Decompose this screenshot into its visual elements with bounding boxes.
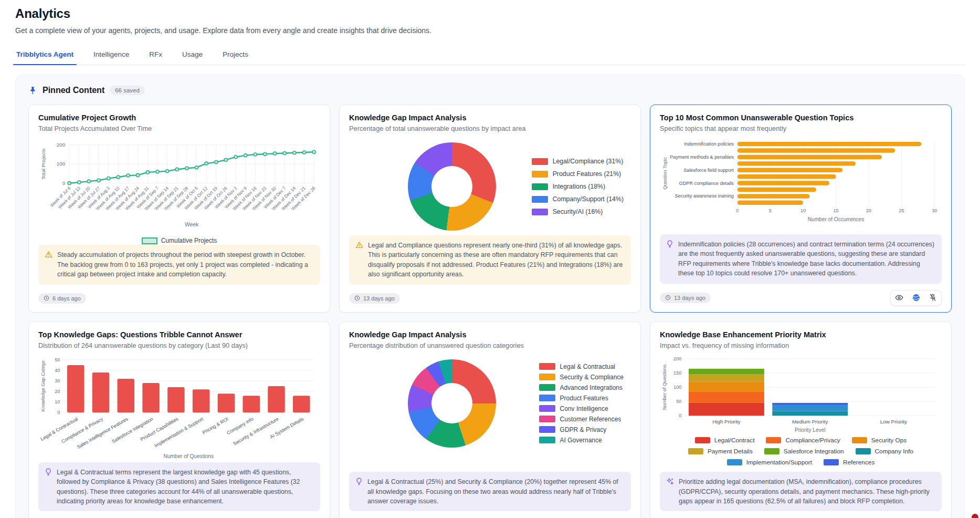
timestamp-text: 6 days ago (52, 295, 81, 302)
legend-swatch (532, 183, 548, 190)
tab-rfx[interactable]: RFx (148, 46, 163, 65)
tab-tribblytics-agent[interactable]: Tribblytics Agent (15, 46, 75, 65)
card-subtitle: Impact vs. frequency of missing informat… (660, 341, 942, 349)
card-subtitle: Distribution of 264 unanswerable questio… (38, 341, 320, 349)
svg-text:10: 10 (55, 399, 60, 405)
pinned-cards-grid: Cumulative Project Growth Total Projects… (28, 105, 952, 518)
legend-item: Implementation/Support (727, 459, 812, 466)
card-title: Knowledge Gap Impact Analysis (349, 113, 631, 122)
svg-text:Number of Questions: Number of Questions (163, 453, 214, 459)
svg-text:150: 150 (673, 370, 681, 376)
svg-text:Low Priority: Low Priority (880, 419, 907, 424)
unpin-button[interactable] (925, 292, 940, 304)
timestamp-badge: 13 days ago (660, 293, 711, 303)
clock-icon (354, 295, 360, 301)
warning-annotation: Steady accumulation of projects througho… (38, 245, 320, 284)
donut-chart: Legal/Compliance (31%)Product Features (… (349, 138, 631, 235)
legend-item: Legal/Contract (695, 437, 755, 444)
insight-annotation: Legal & Contractual terms represent the … (38, 462, 320, 512)
svg-text:30: 30 (55, 378, 60, 384)
svg-text:Salesforce field support: Salesforce field support (683, 168, 734, 173)
legend-item: Product Features (21%) (532, 170, 624, 178)
tab-intelligence[interactable]: Intelligence (92, 46, 130, 65)
svg-text:0: 0 (679, 413, 681, 418)
svg-text:200: 200 (673, 356, 681, 361)
legend-swatch (142, 237, 157, 244)
svg-text:20: 20 (866, 208, 871, 213)
legend-swatch (532, 171, 548, 178)
legend-swatch (539, 426, 555, 433)
card-footer: 6 days ago (38, 291, 320, 306)
legend-item: Salesforce Integration (764, 448, 844, 455)
svg-text:Pricing & ROI: Pricing & ROI (202, 416, 229, 435)
chart-legend: Cumulative Projects (38, 237, 320, 244)
card-cumulative-project-growth[interactable]: Cumulative Project Growth Total Projects… (28, 105, 330, 313)
legend-item: Advanced Integrations (539, 384, 624, 391)
svg-text:100: 100 (673, 385, 681, 390)
svg-text:Compliance & Privacy: Compliance & Privacy (60, 416, 104, 444)
view-button[interactable] (892, 292, 907, 304)
warning-icon (355, 241, 363, 279)
card-top-knowledge-gaps[interactable]: Top Knowledge Gaps: Questions Tribble Ca… (28, 322, 330, 518)
card-priority-matrix[interactable]: Knowledge Base Enhancement Priority Matr… (650, 322, 952, 518)
legend-item: Legal/Compliance (31%) (532, 158, 624, 165)
chart-legend: Legal/ContractCompliance/PrivacySecurity… (670, 437, 932, 466)
svg-text:Week: Week (185, 222, 199, 227)
legend-item: Security Ops (852, 437, 907, 444)
svg-text:30: 30 (932, 208, 937, 213)
svg-text:10: 10 (800, 208, 806, 213)
pin-icon (28, 86, 37, 95)
svg-text:0: 0 (736, 208, 739, 213)
warning-icon (45, 251, 52, 279)
legend-swatch (532, 196, 548, 203)
svg-text:25: 25 (899, 208, 904, 213)
card-subtitle: Percentage distribution of unanswered qu… (349, 341, 631, 349)
card-knowledge-gap-impact-2[interactable]: Knowledge Gap Impact Analysis Percentage… (339, 322, 641, 518)
svg-text:Number of Questions: Number of Questions (662, 364, 667, 410)
legend-swatch (852, 437, 867, 443)
annotation-text: Prioritize adding legal documentation (M… (679, 477, 935, 506)
globe-button[interactable] (909, 292, 923, 304)
timestamp-text: 13 days ago (674, 295, 705, 301)
tab-projects[interactable]: Projects (222, 46, 249, 65)
tab-bar: Tribblytics Agent Intelligence RFx Usage… (15, 46, 965, 65)
svg-text:50: 50 (55, 357, 60, 362)
card-action-group (890, 290, 942, 306)
legend-swatch (539, 405, 555, 412)
legend-item: Security & Compliance (539, 374, 624, 381)
card-subtitle: Specific topics that appear most frequen… (660, 125, 942, 132)
horizontal-bar-chart: 051015202530Indemnification policiesPaym… (660, 138, 942, 226)
svg-text:Question Topic: Question Topic (662, 157, 668, 190)
svg-text:20: 20 (55, 389, 60, 394)
sparkles-icon (666, 478, 674, 506)
legend-swatch (532, 209, 548, 215)
pinned-title: Pinned Content (43, 86, 104, 95)
legend-swatch (539, 363, 555, 370)
card-subtitle: Total Projects Accumulated Over Time (38, 125, 320, 132)
chart-legend: Legal/Compliance (31%)Product Features (… (532, 158, 624, 215)
legend-item: Compliance/Privacy (766, 437, 840, 444)
card-footer: 13 days ago (660, 290, 942, 306)
lightbulb-icon (666, 240, 673, 278)
annotation-text: Steady accumulation of projects througho… (57, 250, 314, 279)
legend-swatch (539, 374, 555, 380)
page-title: Analytics (15, 6, 965, 21)
legend-item: Product Features (539, 395, 624, 402)
floating-badge[interactable] (972, 514, 978, 518)
legend-swatch (688, 448, 703, 454)
legend-item: Legal & Contractual (539, 363, 624, 370)
chart-legend: Legal & ContractualSecurity & Compliance… (539, 363, 624, 444)
card-top-10-unanswerable-topics[interactable]: Top 10 Most Common Unanswerable Question… (650, 105, 952, 313)
legend-item: GDPR & Privacy (539, 426, 624, 433)
legend-item: Company Info (856, 448, 913, 455)
legend-swatch (856, 448, 871, 454)
card-knowledge-gap-impact-1[interactable]: Knowledge Gap Impact Analysis Percentage… (339, 105, 641, 313)
saved-count-badge: 66 saved (110, 86, 145, 95)
legend-item: References (824, 459, 874, 466)
svg-text:15: 15 (833, 208, 838, 213)
svg-text:GDPR compliance details: GDPR compliance details (679, 181, 734, 186)
svg-text:Knowledge Gap Catego: Knowledge Gap Catego (40, 360, 46, 411)
svg-text:Indemnification policies: Indemnification policies (684, 141, 734, 147)
tab-usage[interactable]: Usage (181, 46, 204, 65)
donut (408, 142, 496, 231)
